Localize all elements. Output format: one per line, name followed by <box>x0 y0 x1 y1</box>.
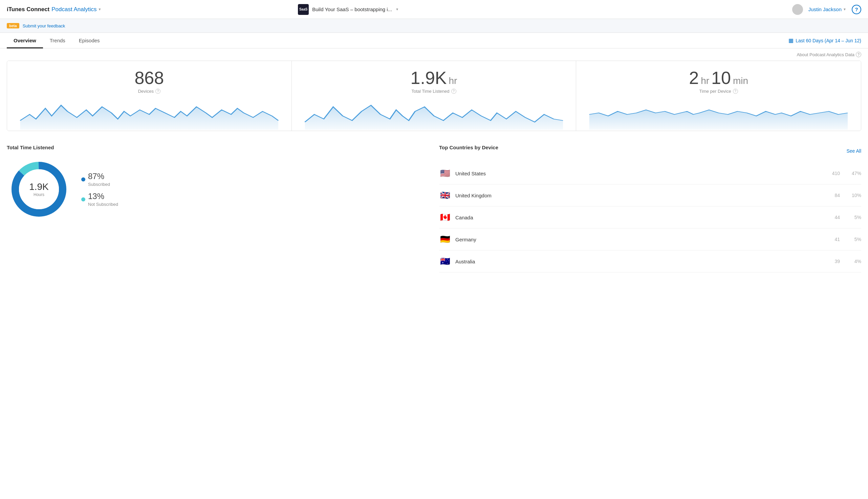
user-name[interactable]: Justin Jackson ▼ <box>808 7 846 12</box>
stat-card-time-per-device: 2 hr 10 min Time per Device ? <box>576 61 861 131</box>
header-right: Justin Jackson ▼ ? <box>792 4 861 15</box>
tab-episodes[interactable]: Episodes <box>72 33 107 48</box>
feedback-link[interactable]: Submit your feedback <box>23 23 65 28</box>
country-row: 🇬🇧 United Kingdom 84 10% <box>439 184 861 207</box>
country-pct-uk: 10% <box>849 193 861 198</box>
podcast-analytics-chevron: ▼ <box>98 8 101 11</box>
country-row: 🇨🇦 Canada 44 5% <box>439 207 861 229</box>
calendar-icon: ▦ <box>788 37 794 44</box>
about-info-icon[interactable]: ? <box>856 52 861 57</box>
country-pct-us: 47% <box>849 171 861 176</box>
devices-info-icon[interactable]: ? <box>155 89 160 94</box>
nav-tabs-right: ▦ Last 60 Days (Apr 14 – Jun 12) <box>788 37 861 44</box>
devices-sparkline <box>14 99 285 130</box>
nav-tabs: Overview Trends Episodes ▦ Last 60 Days … <box>0 33 868 48</box>
countries-section: Top Countries by Device See All 🇺🇸 Unite… <box>439 145 861 272</box>
not-subscribed-dot <box>81 197 85 202</box>
app-header: iTunes Connect Podcast Analytics ▼ SaaS … <box>0 0 868 19</box>
country-pct-de: 5% <box>849 236 861 242</box>
country-row: 🇦🇺 Australia 39 4% <box>439 251 861 272</box>
podcast-analytics-nav[interactable]: Podcast Analytics ▼ <box>51 6 101 13</box>
country-name-us: United States <box>455 171 828 177</box>
country-count-de: 41 <box>834 236 840 242</box>
country-count-ca: 44 <box>834 215 840 220</box>
tab-overview[interactable]: Overview <box>7 33 43 48</box>
stats-row: 868 Devices ? 1.9K hr <box>7 61 861 131</box>
podcast-thumbnail: SaaS <box>298 4 309 15</box>
total-time-info-icon[interactable]: ? <box>451 89 456 94</box>
countries-title: Top Countries by Device <box>439 145 498 150</box>
country-name-uk: United Kingdom <box>455 193 830 198</box>
tab-trends[interactable]: Trends <box>43 33 72 48</box>
bottom-section: Total Time Listened 1.9K Hours <box>7 141 861 272</box>
main-content: About Podcast Analytics Data ? 868 Devic… <box>0 48 868 279</box>
time-per-device-value: 2 hr 10 min <box>583 69 854 87</box>
ttl-title: Total Time Listened <box>7 145 429 150</box>
countries-header: Top Countries by Device See All <box>439 145 861 157</box>
podcast-selector-chevron: ▼ <box>395 8 399 11</box>
flag-de: 🇩🇪 <box>439 233 451 245</box>
total-time-value: 1.9K hr <box>298 69 570 87</box>
country-name-ca: Canada <box>455 215 830 220</box>
devices-value: 868 <box>14 69 285 87</box>
podcast-selector[interactable]: SaaS Build Your SaaS – bootstrapping i..… <box>298 4 399 15</box>
header-left: iTunes Connect Podcast Analytics ▼ <box>7 6 101 13</box>
country-name-de: Germany <box>455 236 830 242</box>
flag-uk: 🇬🇧 <box>439 189 451 202</box>
time-per-device-label: Time per Device ? <box>583 89 854 94</box>
country-name-au: Australia <box>455 259 830 264</box>
donut-legend: 87% Subscribed 13% Not Subscribed <box>81 172 118 207</box>
country-pct-au: 4% <box>849 259 861 264</box>
stat-card-total-time: 1.9K hr Total Time Listened ? <box>292 61 576 131</box>
time-per-device-info-icon[interactable]: ? <box>733 89 738 94</box>
donut-chart: 1.9K Hours <box>7 157 71 221</box>
country-pct-ca: 5% <box>849 215 861 220</box>
beta-bar: beta Submit your feedback <box>0 19 868 33</box>
beta-badge: beta <box>7 23 19 28</box>
date-range-button[interactable]: ▦ Last 60 Days (Apr 14 – Jun 12) <box>788 37 861 44</box>
country-row: 🇩🇪 Germany 41 5% <box>439 229 861 251</box>
help-button[interactable]: ? <box>852 5 861 14</box>
country-row: 🇺🇸 United States 410 47% <box>439 162 861 184</box>
itunes-connect-logo: iTunes Connect <box>7 6 49 13</box>
devices-label: Devices ? <box>14 89 285 94</box>
total-time-sparkline <box>298 99 570 130</box>
avatar <box>792 4 803 15</box>
flag-ca: 🇨🇦 <box>439 211 451 223</box>
podcast-name: Build Your SaaS – bootstrapping i... <box>312 7 392 12</box>
time-per-device-sparkline <box>583 99 854 130</box>
flag-us: 🇺🇸 <box>439 167 451 180</box>
country-count-uk: 84 <box>834 193 840 198</box>
stat-card-devices: 868 Devices ? <box>7 61 292 131</box>
nav-tabs-left: Overview Trends Episodes <box>7 33 107 48</box>
donut-area: 1.9K Hours 87% Subscribed <box>7 157 429 221</box>
legend-item-subscribed: 87% Subscribed <box>81 172 118 187</box>
about-link-row: About Podcast Analytics Data ? <box>7 52 861 57</box>
country-count-au: 39 <box>834 259 840 264</box>
ttl-section: Total Time Listened 1.9K Hours <box>7 145 429 272</box>
donut-center: 1.9K Hours <box>29 182 49 197</box>
legend-item-not-subscribed: 13% Not Subscribed <box>81 192 118 207</box>
country-count-us: 410 <box>832 171 840 176</box>
subscribed-dot <box>81 178 85 181</box>
see-all-link[interactable]: See All <box>846 148 861 154</box>
total-time-label: Total Time Listened ? <box>298 89 570 94</box>
flag-au: 🇦🇺 <box>439 255 451 267</box>
